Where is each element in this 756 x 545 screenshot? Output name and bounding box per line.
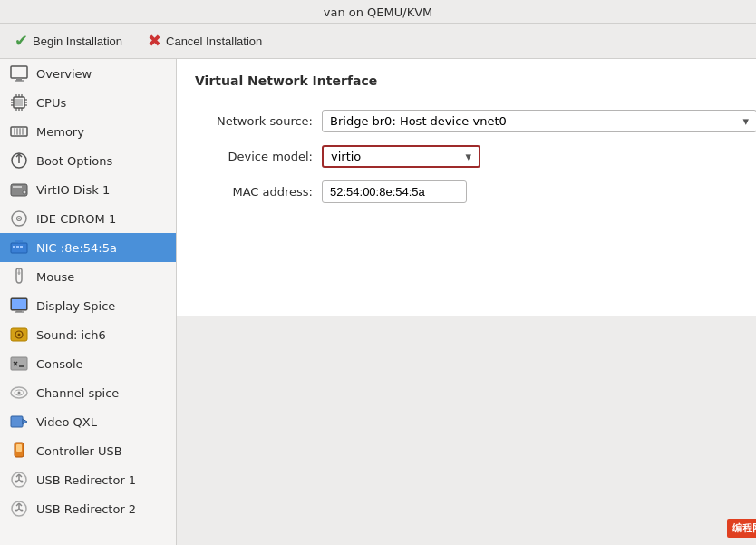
monitor-icon (9, 63, 29, 83)
memory-icon (9, 122, 29, 141)
console-icon (9, 354, 29, 374)
sidebar-label-sound: Sound: ich6 (36, 328, 106, 342)
sidebar-label-boot-options: Boot Options (36, 154, 112, 168)
sidebar-label-display-spice: Display Spice (36, 299, 115, 313)
begin-installation-button[interactable]: ✔ Begin Installation (11, 29, 126, 53)
svg-rect-43 (12, 299, 26, 309)
svg-rect-24 (19, 129, 21, 134)
svg-line-67 (16, 480, 19, 482)
svg-line-76 (19, 509, 22, 511)
sidebar-item-ide-cdrom[interactable]: IDE CDROM 1 (0, 204, 176, 233)
sidebar: Overview (0, 59, 177, 545)
svg-point-30 (23, 190, 26, 194)
cancel-installation-button[interactable]: ✖ Cancel Installation (144, 29, 266, 53)
check-icon: ✔ (15, 31, 28, 51)
sidebar-label-console: Console (36, 357, 83, 371)
svg-rect-25 (22, 129, 24, 134)
svg-point-41 (18, 272, 21, 275)
sidebar-item-display-spice[interactable]: Display Spice (0, 291, 176, 320)
network-source-label: Network source: (195, 114, 322, 128)
mac-address-row: MAC address: (195, 180, 756, 203)
sidebar-item-usb-redirector-2[interactable]: USB Redirector 2 (0, 494, 176, 523)
svg-rect-34 (11, 243, 27, 253)
sidebar-label-usb-redirector-1: USB Redirector 1 (36, 473, 136, 487)
sidebar-label-video-qxl: Video QXL (36, 415, 97, 429)
device-model-arrow-icon: ▾ (465, 150, 471, 163)
mac-address-control (322, 180, 467, 203)
svg-point-48 (18, 334, 21, 336)
svg-rect-56 (11, 416, 23, 427)
svg-rect-49 (11, 357, 27, 370)
sidebar-item-memory[interactable]: Memory (0, 117, 176, 146)
sidebar-label-memory: Memory (36, 125, 84, 139)
usb-icon (9, 441, 29, 461)
content-area: Virtual Network Interface Network source… (177, 59, 756, 316)
network-source-value: Bridge br0: Host device vnet0 (330, 114, 507, 128)
sidebar-label-controller-usb: Controller USB (36, 444, 122, 458)
svg-rect-59 (16, 444, 22, 452)
sidebar-label-channel-spice: Channel spice (36, 386, 119, 400)
main-area: Overview (0, 59, 756, 545)
window-title: van on QEMU/KVM (324, 5, 433, 19)
disk-icon (9, 180, 29, 200)
svg-rect-4 (15, 99, 23, 106)
content-wrapper: Virtual Network Interface Network source… (177, 59, 756, 545)
cdrom-icon (9, 209, 29, 229)
sidebar-label-overview: Overview (36, 67, 92, 81)
watermark: 编程网 (727, 519, 756, 538)
sidebar-item-controller-usb[interactable]: Controller USB (0, 436, 176, 465)
usb-redir-icon (9, 470, 29, 490)
content-title: Virtual Network Interface (195, 73, 756, 95)
sidebar-item-usb-redirector-1[interactable]: USB Redirector 1 (0, 465, 176, 494)
mac-address-input[interactable] (322, 180, 467, 203)
cancel-installation-label: Cancel Installation (166, 34, 262, 48)
sidebar-label-usb-redirector-2: USB Redirector 2 (36, 502, 136, 516)
usb-redir-icon-2 (9, 499, 29, 519)
mac-address-label: MAC address: (195, 185, 322, 199)
network-source-dropdown[interactable]: Bridge br0: Host device vnet0 ▾ (322, 110, 756, 132)
sidebar-item-overview[interactable]: Overview (0, 59, 176, 88)
title-bar: van on QEMU/KVM (0, 0, 756, 24)
svg-line-68 (19, 480, 22, 482)
begin-installation-label: Begin Installation (33, 34, 122, 48)
cpu-icon (9, 92, 29, 112)
network-source-control: Bridge br0: Host device vnet0 ▾ (322, 110, 756, 132)
sidebar-label-cpus: CPUs (36, 96, 66, 110)
svg-rect-36 (16, 246, 19, 248)
sidebar-item-mouse[interactable]: Mouse (0, 262, 176, 291)
display-icon (9, 296, 29, 316)
device-model-row: Device model: virtio ▾ (195, 145, 756, 168)
sidebar-label-virtio-disk: VirtIO Disk 1 (36, 183, 110, 197)
sidebar-item-boot-options[interactable]: Boot Options (0, 146, 176, 175)
sidebar-item-nic[interactable]: NIC :8e:54:5a (0, 233, 176, 262)
toolbar: ✔ Begin Installation ✖ Cancel Installati… (0, 24, 756, 59)
sidebar-item-console[interactable]: Console (0, 349, 176, 378)
svg-rect-37 (20, 246, 23, 248)
svg-point-33 (18, 218, 20, 219)
sidebar-item-sound-ich6[interactable]: Sound: ich6 (0, 320, 176, 349)
sidebar-item-virtio-disk[interactable]: VirtIO Disk 1 (0, 175, 176, 204)
svg-rect-23 (16, 129, 18, 134)
device-model-dropdown[interactable]: virtio ▾ (322, 145, 480, 168)
svg-point-55 (18, 392, 21, 394)
boot-icon (9, 151, 29, 170)
sidebar-item-video-qxl[interactable]: Video QXL (0, 407, 176, 436)
sidebar-label-nic: NIC :8e:54:5a (36, 241, 117, 255)
nic-icon (9, 238, 29, 258)
sidebar-item-cpus[interactable]: CPUs (0, 88, 176, 117)
sound-icon (9, 325, 29, 345)
network-source-row: Network source: Bridge br0: Host device … (195, 110, 756, 132)
svg-rect-22 (14, 129, 15, 134)
device-model-value: virtio (331, 150, 361, 163)
sidebar-label-mouse: Mouse (36, 270, 74, 284)
device-model-control: virtio ▾ (322, 145, 480, 168)
svg-rect-0 (11, 66, 27, 78)
svg-rect-29 (13, 186, 22, 188)
sidebar-item-channel-spice[interactable]: Channel spice (0, 378, 176, 407)
svg-line-75 (16, 509, 19, 511)
cancel-icon: ✖ (148, 31, 161, 51)
device-model-label: Device model: (195, 150, 322, 163)
network-source-arrow-icon: ▾ (742, 114, 749, 128)
channel-icon (9, 383, 29, 403)
svg-rect-35 (13, 246, 15, 248)
